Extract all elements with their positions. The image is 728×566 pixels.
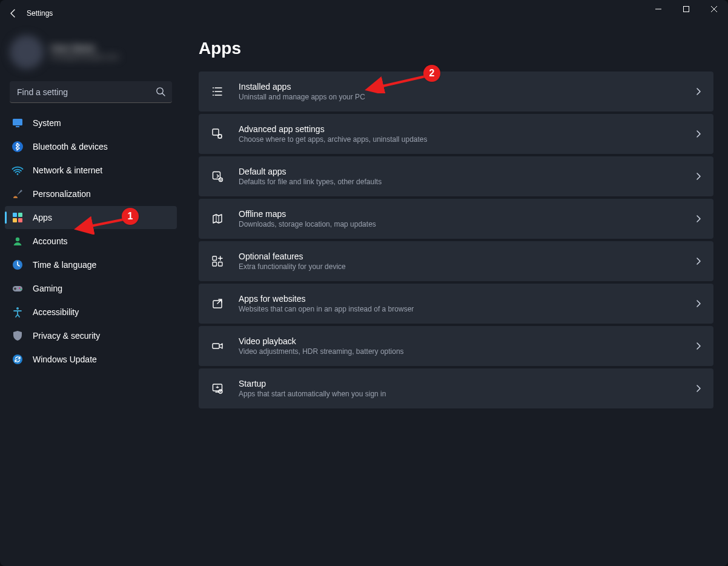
sidebar-item-label: Privacy & security bbox=[33, 331, 100, 341]
svg-point-22 bbox=[213, 95, 214, 96]
chevron-right-icon bbox=[694, 130, 703, 138]
card-title: Optional features bbox=[239, 251, 694, 261]
minimize-icon bbox=[655, 6, 661, 12]
chevron-right-icon bbox=[694, 257, 703, 265]
svg-rect-27 bbox=[213, 256, 217, 261]
svg-point-26 bbox=[219, 178, 223, 182]
sidebar-item-network[interactable]: Network & internet bbox=[5, 159, 177, 182]
svg-line-5 bbox=[162, 93, 165, 96]
settings-card-advanced[interactable]: Advanced app settingsChoose where to get… bbox=[199, 114, 713, 154]
main-content: Apps Installed appsUninstall and manage … bbox=[182, 27, 728, 566]
svg-rect-29 bbox=[219, 262, 223, 267]
card-title: Startup bbox=[239, 379, 694, 388]
sidebar-item-label: Windows Update bbox=[33, 355, 97, 364]
svg-point-19 bbox=[13, 355, 22, 364]
annotation-bubble-2: 2 bbox=[423, 65, 440, 82]
sidebar-item-privacy[interactable]: Privacy & security bbox=[5, 324, 177, 347]
card-subtitle: Video adjustments, HDR streaming, batter… bbox=[239, 347, 694, 356]
svg-line-34 bbox=[79, 219, 124, 228]
svg-rect-11 bbox=[13, 218, 17, 222]
clock-icon bbox=[11, 258, 24, 271]
settings-card-default[interactable]: Default appsDefaults for file and link t… bbox=[199, 156, 713, 196]
video-icon bbox=[210, 338, 225, 354]
chevron-right-icon bbox=[694, 384, 703, 393]
accessibility-icon bbox=[11, 305, 24, 319]
annotation-arrow-1 bbox=[73, 216, 127, 235]
avatar bbox=[10, 35, 44, 69]
svg-rect-23 bbox=[213, 129, 219, 135]
map-icon bbox=[210, 211, 225, 227]
window-controls bbox=[644, 0, 728, 18]
svg-point-16 bbox=[19, 287, 20, 288]
settings-card-optional[interactable]: Optional featuresExtra functionality for… bbox=[199, 241, 713, 281]
sidebar-item-label: System bbox=[33, 118, 61, 128]
chevron-right-icon bbox=[694, 215, 703, 223]
wifi-icon bbox=[11, 164, 24, 177]
annotation-bubble-1: 1 bbox=[122, 208, 139, 225]
addsquare-icon bbox=[210, 253, 225, 269]
sidebar-item-label: Personalization bbox=[33, 189, 91, 199]
svg-rect-1 bbox=[684, 7, 689, 12]
search-input[interactable] bbox=[10, 81, 172, 103]
title-bar: Settings bbox=[0, 0, 728, 27]
card-subtitle: Websites that can open in an app instead… bbox=[239, 305, 694, 313]
nav-list: SystemBluetooth & devicesNetwork & inter… bbox=[0, 112, 182, 371]
card-subtitle: Extra functionality for your device bbox=[239, 262, 694, 271]
settings-card-websites[interactable]: Apps for websitesWebsites that can open … bbox=[199, 284, 713, 324]
chevron-right-icon bbox=[694, 87, 703, 96]
settings-card-installed[interactable]: Installed appsUninstall and manage apps … bbox=[199, 72, 713, 112]
sidebar-item-system[interactable]: System bbox=[5, 112, 177, 135]
settings-card-startup[interactable]: StartupApps that start automatically whe… bbox=[199, 368, 713, 408]
svg-rect-31 bbox=[213, 344, 219, 348]
gamepad-icon bbox=[11, 282, 24, 295]
card-title: Offline maps bbox=[239, 209, 694, 219]
sidebar-item-label: Accessibility bbox=[33, 307, 79, 317]
maximize-button[interactable] bbox=[672, 0, 700, 18]
bluetooth-icon bbox=[11, 140, 24, 153]
sidebar-item-label: Gaming bbox=[33, 284, 62, 293]
svg-line-35 bbox=[369, 76, 425, 89]
svg-rect-9 bbox=[13, 213, 17, 217]
window-title: Settings bbox=[27, 9, 53, 18]
close-icon bbox=[711, 6, 717, 12]
card-title: Default apps bbox=[239, 167, 694, 176]
sidebar-item-label: Network & internet bbox=[33, 165, 102, 175]
body: User Name email@example.com SystemBlueto… bbox=[0, 27, 728, 566]
monitor-icon bbox=[11, 116, 24, 130]
close-button[interactable] bbox=[700, 0, 728, 18]
annotation-arrow-2 bbox=[363, 74, 430, 93]
search-icon bbox=[155, 86, 166, 97]
sync-icon bbox=[11, 353, 24, 366]
appgear-icon bbox=[210, 126, 225, 142]
sidebar-item-label: Bluetooth & devices bbox=[33, 142, 108, 151]
card-title: Apps for websites bbox=[239, 294, 694, 304]
sidebar-item-time[interactable]: Time & language bbox=[5, 253, 177, 276]
sidebar-item-update[interactable]: Windows Update bbox=[5, 348, 177, 371]
card-list: Installed appsUninstall and manage apps … bbox=[199, 72, 713, 408]
sidebar-item-gaming[interactable]: Gaming bbox=[5, 277, 177, 300]
svg-point-20 bbox=[213, 87, 214, 88]
settings-card-maps[interactable]: Offline mapsDownloads, storage location,… bbox=[199, 199, 713, 239]
back-arrow-icon bbox=[8, 8, 18, 18]
profile-block[interactable]: User Name email@example.com bbox=[10, 33, 172, 72]
sidebar-item-label: Accounts bbox=[33, 236, 68, 246]
openext-icon bbox=[210, 296, 225, 311]
minimize-button[interactable] bbox=[644, 0, 672, 18]
settings-window: { "title": "Settings", "profile": {"name… bbox=[0, 0, 728, 566]
card-title: Installed apps bbox=[239, 82, 694, 92]
page-title: Apps bbox=[199, 39, 713, 58]
svg-rect-7 bbox=[16, 126, 19, 127]
shield-icon bbox=[11, 329, 24, 342]
card-subtitle: Downloads, storage location, map updates bbox=[239, 220, 694, 228]
sidebar-item-accessibility[interactable]: Accessibility bbox=[5, 301, 177, 324]
sidebar-item-bluetooth[interactable]: Bluetooth & devices bbox=[5, 135, 177, 158]
chevron-right-icon bbox=[694, 172, 703, 181]
back-button[interactable] bbox=[0, 0, 27, 27]
svg-rect-28 bbox=[213, 262, 217, 267]
sidebar: User Name email@example.com SystemBlueto… bbox=[0, 27, 182, 566]
svg-rect-30 bbox=[213, 301, 222, 308]
sidebar-item-personalization[interactable]: Personalization bbox=[5, 182, 177, 205]
card-subtitle: Uninstall and manage apps on your PC bbox=[239, 93, 694, 101]
settings-card-video[interactable]: Video playbackVideo adjustments, HDR str… bbox=[199, 326, 713, 366]
startup-icon bbox=[210, 381, 225, 396]
